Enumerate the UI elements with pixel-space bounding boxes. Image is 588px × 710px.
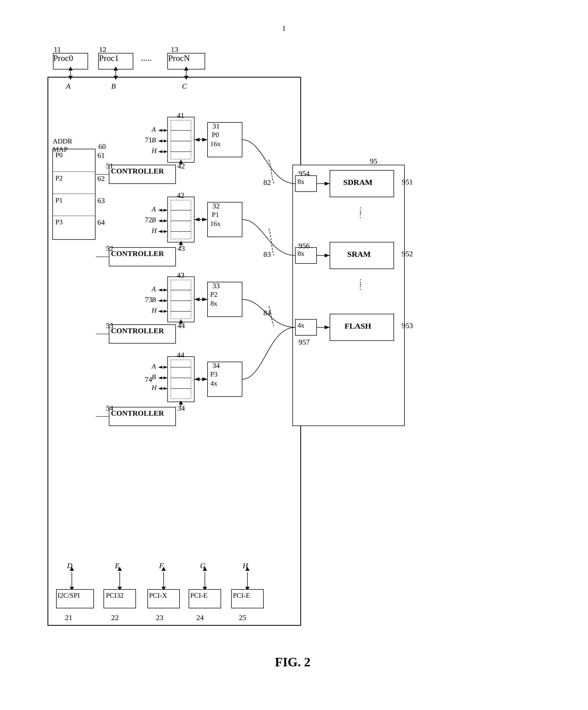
mux-4x: 4x (297, 322, 304, 329)
proc0-label: Proc0 (53, 53, 73, 63)
ref-951: 951 (402, 178, 413, 186)
svg-marker-15 (184, 76, 188, 80)
procN-label: ProcN (168, 53, 190, 63)
arrow-b-label: B (111, 82, 116, 91)
ref-952: 952 (402, 250, 413, 258)
svg-rect-41 (171, 360, 191, 399)
ref-953: 953 (402, 322, 413, 330)
ref-13: 13 (171, 45, 178, 54)
svg-rect-4 (48, 77, 301, 625)
ref-63: 63 (97, 196, 105, 205)
ref-42: 42 (177, 191, 185, 199)
ref-23: 23 (156, 613, 163, 622)
pci32-label: PCI32 (106, 592, 123, 599)
sram-label: SRAM (347, 250, 371, 259)
ref-43-c2: 43 (177, 244, 185, 253)
svg-marker-81 (162, 587, 166, 591)
svg-marker-87 (245, 587, 250, 591)
ref-95: 95 (370, 157, 377, 166)
mux-8x-2: 8x (297, 250, 304, 258)
addr-p0-label: P0 (55, 151, 63, 159)
svg-rect-26 (171, 120, 191, 159)
ref-62: 62 (97, 174, 105, 183)
svg-text:B: B (152, 216, 156, 224)
svg-text:A: A (151, 126, 156, 133)
port-p0-label: P016x (210, 131, 221, 148)
sdram-label: SDRAM (343, 178, 372, 187)
pcix-label: PCI-X (149, 592, 167, 599)
svg-marker-84 (203, 587, 207, 591)
ref-60: 60 (98, 142, 106, 151)
svg-text:H: H (151, 227, 157, 234)
svg-marker-9 (68, 76, 73, 80)
ref-12: 12 (99, 45, 106, 54)
svg-marker-78 (118, 587, 122, 591)
svg-rect-30 (168, 197, 194, 242)
ref-45-c4: 34 (177, 404, 185, 412)
pcie1-label: PCI-E (190, 592, 207, 599)
ref-22: 22 (111, 613, 119, 622)
ref-84: 84 (263, 309, 271, 317)
ref-21: 21 (65, 613, 72, 622)
ref-61: 61 (97, 151, 105, 160)
svg-rect-35 (168, 277, 194, 322)
ref-52: 52 (106, 244, 113, 253)
ref-31: 31 (212, 122, 220, 131)
ref-74: 74 (145, 375, 152, 384)
ref-33: 33 (212, 282, 220, 290)
ref-73: 73 (145, 295, 152, 304)
i2c-spi-label: I2C/SPI (57, 592, 80, 599)
addr-p3-label: P3 (55, 218, 63, 226)
ref-82: 82 (263, 178, 271, 187)
ref-83: 83 (263, 250, 271, 259)
svg-text:H: H (151, 147, 157, 155)
ref-44-c3: 44 (177, 322, 185, 330)
ref-44: 44 (177, 351, 185, 359)
addr-p1-label: P1 (55, 196, 63, 204)
ref-51: 51 (106, 162, 113, 170)
controller-4-label: CONTROLLER (111, 409, 164, 418)
ref-72: 72 (145, 216, 152, 224)
svg-marker-13 (114, 67, 118, 71)
sdram-dots: ⋮ (357, 210, 364, 219)
ref-1: 1 (282, 24, 286, 32)
svg-text:A: A (151, 285, 156, 293)
ref-957: 957 (298, 338, 310, 347)
svg-marker-12 (114, 76, 118, 80)
mux-8x-1: 8x (297, 178, 304, 186)
controller-1-label: CONTROLLER (111, 167, 164, 175)
ref-53: 53 (106, 322, 113, 330)
dots-label: ····· (141, 55, 152, 65)
ref-25: 25 (239, 613, 246, 622)
ref-11: 11 (54, 45, 61, 54)
svg-text:A: A (151, 362, 156, 370)
svg-marker-16 (184, 67, 188, 71)
svg-rect-36 (171, 280, 191, 319)
svg-rect-40 (168, 357, 194, 402)
svg-rect-31 (171, 200, 191, 239)
proc1-label: Proc1 (99, 53, 119, 63)
arrow-f: F (159, 562, 164, 570)
fig-label: FIG. 2 (275, 655, 310, 669)
svg-text:B: B (152, 373, 156, 381)
svg-marker-10 (68, 67, 73, 71)
ref-32: 32 (212, 202, 220, 210)
port-p3-label: P34x (210, 370, 217, 388)
ref-42-c1: 42 (177, 162, 185, 170)
svg-rect-25 (168, 117, 194, 162)
svg-text:B: B (152, 136, 156, 144)
svg-text:H: H (151, 307, 157, 314)
ref-54: 54 (106, 404, 113, 412)
svg-text:H: H (151, 384, 157, 392)
svg-rect-61 (293, 165, 405, 426)
pcie2-label: PCI-E (233, 592, 250, 599)
svg-text:B: B (152, 296, 156, 304)
arrow-g: G (200, 562, 205, 570)
ref-24: 24 (196, 613, 204, 622)
ref-71: 71 (145, 136, 152, 144)
flash-label: FLASH (345, 322, 371, 331)
ref-954: 954 (298, 169, 310, 178)
ref-34: 34 (212, 361, 220, 370)
controller-3-label: CONTROLLER (111, 327, 164, 335)
port-p2-label: P28x (210, 290, 217, 308)
